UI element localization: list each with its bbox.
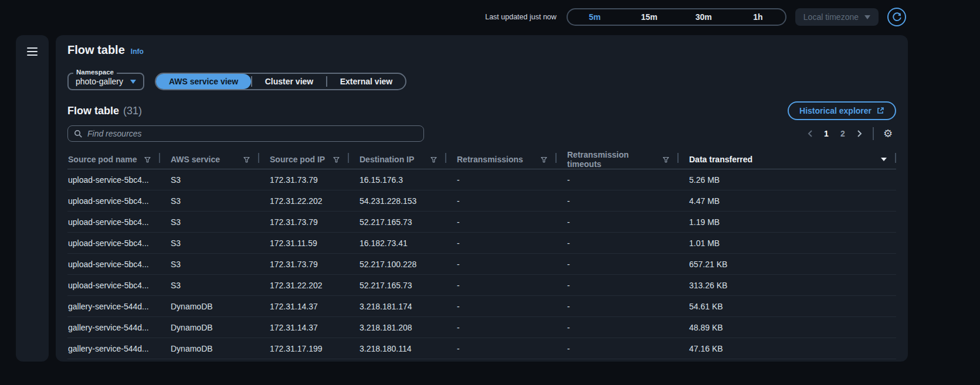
cell-retransmissions: - (446, 296, 557, 317)
tab-aws-service-view[interactable]: AWS service view (156, 74, 251, 89)
view-segmented-control: AWS service view Cluster view External v… (155, 73, 406, 90)
column-header-retransmissions[interactable]: Retransmissions (446, 150, 557, 169)
filter-controls: Namespace photo-gallery AWS service view… (67, 73, 896, 90)
filter-icon[interactable] (541, 156, 547, 163)
cell-retransmissions: - (446, 317, 557, 338)
column-header-destination-ip[interactable]: Destination IP (349, 150, 446, 169)
search-icon (74, 130, 83, 138)
table-count: (31) (123, 105, 142, 117)
cell-source-pod-ip: 172.31.22.202 (259, 275, 349, 296)
cell-data-transferred: 48.89 KB (679, 317, 896, 338)
page-title: Flow table (67, 43, 125, 57)
namespace-value: photo-gallery (76, 77, 123, 86)
cell-retransmission-timeouts: - (557, 233, 679, 254)
table-toolbar: 1 2 ⚙ (67, 125, 896, 142)
tab-external-view[interactable]: External view (327, 74, 406, 89)
column-header-source-pod-ip[interactable]: Source pod IP (259, 150, 349, 169)
column-header-row: Source pod name AWS service Source pod I… (67, 150, 896, 169)
cell-retransmission-timeouts: - (557, 254, 679, 275)
flow-table: Source pod name AWS service Source pod I… (67, 150, 896, 359)
search-input[interactable] (87, 129, 418, 138)
filter-icon[interactable] (430, 156, 437, 163)
table-title-group: Flow table(31) (67, 105, 142, 117)
cell-retransmission-timeouts: - (557, 169, 679, 190)
filter-icon[interactable] (333, 156, 340, 163)
cell-retransmission-timeouts: - (557, 296, 679, 317)
previous-page-button[interactable] (802, 126, 818, 141)
time-range-1h[interactable]: 1h (731, 9, 785, 25)
cell-retransmissions: - (446, 338, 557, 359)
cell-source-pod-name: upload-service-5bc4... (67, 169, 160, 190)
cell-data-transferred: 47.16 KB (679, 338, 896, 359)
cell-source-pod-name: gallery-service-544d... (67, 338, 160, 359)
cell-retransmissions: - (446, 212, 557, 233)
last-updated-text: Last updated just now (485, 13, 557, 21)
table-row: upload-service-5bc4... S3 172.31.22.202 … (67, 275, 896, 296)
cell-source-pod-name: upload-service-5bc4... (67, 233, 160, 254)
cell-aws-service: S3 (160, 212, 259, 233)
cell-retransmission-timeouts: - (557, 212, 679, 233)
cell-data-transferred: 5.26 MB (679, 169, 896, 190)
tab-cluster-view[interactable]: Cluster view (252, 74, 326, 89)
cell-data-transferred: 313.26 KB (679, 275, 896, 296)
cell-destination-ip: 52.217.165.73 (349, 212, 446, 233)
namespace-label: Namespace (73, 69, 117, 76)
chevron-left-icon (808, 130, 813, 138)
cell-source-pod-ip: 172.31.17.199 (259, 338, 349, 359)
refresh-button[interactable] (887, 8, 906, 26)
menu-toggle-button[interactable] (16, 35, 49, 68)
refresh-icon (892, 12, 902, 22)
table-row: gallery-service-544d... DynamoDB 172.31.… (67, 317, 896, 338)
column-header-data-transferred[interactable]: Data transferred (679, 150, 896, 169)
flow-table-panel: Flow table Info Namespace photo-gallery … (56, 35, 908, 362)
table-row: gallery-service-544d... DynamoDB 172.31.… (67, 338, 896, 359)
table-settings-button[interactable]: ⚙ (880, 125, 896, 142)
panel-header: Flow table Info (67, 43, 896, 60)
cell-source-pod-ip: 172.31.14.37 (259, 296, 349, 317)
chevron-right-icon (857, 130, 862, 138)
filter-icon[interactable] (663, 156, 669, 163)
cell-destination-ip: 54.231.228.153 (349, 190, 446, 212)
cell-retransmission-timeouts: - (557, 275, 679, 296)
column-header-source-pod-name[interactable]: Source pod name (67, 150, 160, 169)
cell-source-pod-name: upload-service-5bc4... (67, 254, 160, 275)
hamburger-icon (27, 47, 38, 49)
cell-source-pod-name: upload-service-5bc4... (67, 212, 160, 233)
chevron-down-icon (130, 80, 136, 84)
external-link-icon (876, 107, 884, 115)
cell-source-pod-ip: 172.31.73.79 (259, 169, 349, 190)
pagination-divider (873, 127, 874, 140)
column-header-aws-service[interactable]: AWS service (160, 150, 259, 169)
historical-explorer-label: Historical explorer (799, 106, 872, 115)
page-2-button[interactable]: 2 (835, 126, 850, 141)
table-row: upload-service-5bc4... S3 172.31.11.59 1… (67, 233, 896, 254)
info-link[interactable]: Info (131, 47, 144, 56)
page-1-button[interactable]: 1 (819, 126, 834, 141)
cell-destination-ip: 3.218.180.114 (349, 338, 446, 359)
time-range-5m[interactable]: 5m (568, 9, 622, 25)
filter-icon[interactable] (144, 156, 151, 163)
cell-source-pod-ip: 172.31.14.37 (259, 317, 349, 338)
cell-retransmission-timeouts: - (557, 190, 679, 212)
cell-source-pod-ip: 172.31.22.202 (259, 190, 349, 212)
timezone-select[interactable]: Local timezone (795, 8, 879, 26)
next-page-button[interactable] (852, 126, 867, 141)
cell-aws-service: S3 (160, 233, 259, 254)
cell-source-pod-ip: 172.31.11.59 (259, 233, 349, 254)
cell-aws-service: S3 (160, 190, 259, 212)
table-row: gallery-service-544d... DynamoDB 172.31.… (67, 296, 896, 317)
timezone-label: Local timezone (803, 12, 859, 22)
namespace-select[interactable]: Namespace photo-gallery (67, 73, 144, 90)
time-range-15m[interactable]: 15m (622, 9, 677, 25)
cell-data-transferred: 54.61 KB (679, 296, 896, 317)
table-header-row: Flow table(31) Historical explorer (67, 102, 896, 120)
gear-icon: ⚙ (883, 128, 893, 139)
filter-icon[interactable] (243, 156, 250, 163)
time-range-30m[interactable]: 30m (676, 9, 731, 25)
cell-aws-service: DynamoDB (160, 338, 259, 359)
cell-aws-service: S3 (160, 254, 259, 275)
sort-descending-icon (881, 158, 887, 161)
column-header-retransmission-timeouts[interactable]: Retransmission timeouts (557, 150, 679, 169)
cell-destination-ip: 52.217.165.73 (349, 275, 446, 296)
historical-explorer-button[interactable]: Historical explorer (788, 101, 896, 120)
